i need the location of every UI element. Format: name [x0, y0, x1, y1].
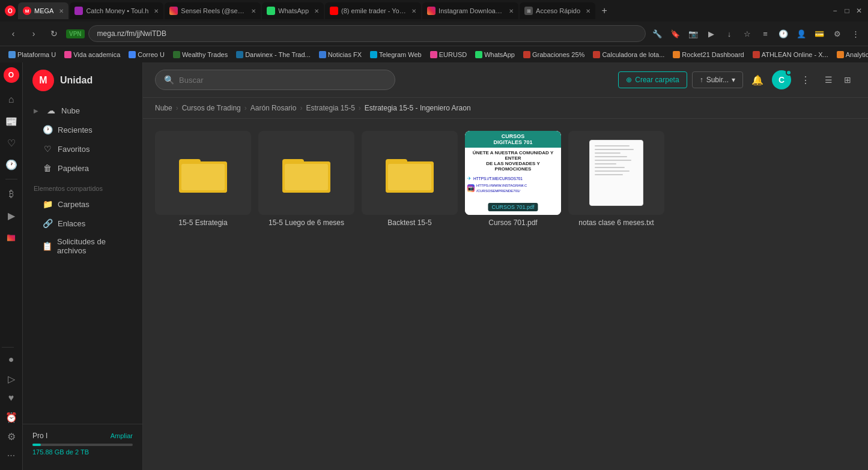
storage-expand-button[interactable]: Ampliar: [111, 432, 133, 439]
bookmark-wealthy[interactable]: Wealthy Trades: [169, 50, 231, 59]
bookmark-analytics[interactable]: Analytics | Página pri...: [833, 50, 868, 59]
bookmark-grabaciones[interactable]: Grabaciones 25%: [520, 50, 588, 59]
new-tab-button[interactable]: +: [596, 3, 612, 19]
breadcrumb-cursos[interactable]: Cursos de Trading: [182, 104, 241, 112]
bookmark-noticias[interactable]: Noticias FX: [315, 50, 365, 59]
opera-icon: O: [5, 5, 16, 16]
storage-bar-fill: [32, 444, 41, 446]
bookmark-correo-u[interactable]: Correo U: [125, 50, 168, 59]
more-icon[interactable]: ⋮: [848, 26, 863, 41]
sidebar-home-icon[interactable]: ⌂: [2, 90, 21, 109]
bookmark-vida-academica[interactable]: Vida academica: [61, 50, 124, 59]
download-icon[interactable]: ↓: [721, 26, 737, 41]
sidebar-more-dots-icon[interactable]: ···: [2, 446, 21, 465]
breadcrumb-aaron[interactable]: Aarón Rosario: [250, 104, 297, 112]
address-input[interactable]: mega.nz/fm/jjNwiTDB: [88, 25, 646, 42]
tab-close-acceso[interactable]: ✕: [586, 8, 590, 14]
nav-nube[interactable]: ▶ ☁ Nube: [28, 101, 138, 120]
bookmark-whatsapp[interactable]: WhatsApp: [472, 50, 518, 59]
vpn-badge[interactable]: VPN: [66, 29, 85, 38]
tab-acceso[interactable]: ⊞ Acceso Rápido ✕: [520, 2, 595, 19]
nav-arrow-nube: ▶: [34, 107, 38, 114]
bookmark-favicon-correo: [129, 51, 136, 58]
bookmark-rocket21[interactable]: Rocket21 Dashboard: [669, 50, 747, 59]
tab-close-emile[interactable]: ✕: [411, 8, 416, 14]
settings-icon[interactable]: ⚙: [830, 26, 845, 41]
tab-close-sensei[interactable]: ✕: [251, 8, 256, 14]
nav-favoritos[interactable]: ♡ Favoritos: [28, 139, 138, 158]
file-card-txt1[interactable]: notas clase 6 meses.txt: [568, 131, 664, 227]
history-icon[interactable]: 🕐: [775, 26, 791, 41]
bookmark-label-whatsapp: WhatsApp: [484, 51, 515, 58]
sidebar-history-icon[interactable]: 🕐: [2, 155, 21, 174]
tab-close-whatsapp[interactable]: ✕: [314, 8, 319, 14]
wallet-icon[interactable]: 💳: [812, 26, 827, 41]
reload-button[interactable]: ↻: [46, 25, 62, 42]
profile-icon[interactable]: 👤: [794, 26, 809, 41]
tab-sensei[interactable]: Sensei Reels (@sensei_re... ✕: [165, 2, 261, 19]
sidebar-crypto-icon[interactable]: ₿: [2, 184, 21, 203]
back-button[interactable]: ‹: [5, 25, 22, 42]
bookmark-plataforma-u[interactable]: Plataforma U: [5, 50, 59, 59]
file-card-folder2[interactable]: 15-5 Luego de 6 meses: [258, 131, 354, 227]
list-view-button[interactable]: ☰: [820, 71, 837, 88]
upload-button[interactable]: ↑ Subir... ▾: [692, 71, 743, 88]
storage-text: 175.88 GB de 2 TB: [32, 448, 133, 456]
more-options-button[interactable]: ⋮: [796, 70, 815, 89]
bookmarks-list-icon[interactable]: ≡: [757, 26, 773, 41]
mega-main-content: 🔍 Buscar ⊕ Crear carpeta ↑ Subir... ▾ 🔔: [143, 62, 868, 470]
sidebar-player-icon[interactable]: ▶: [2, 206, 21, 225]
bookmark-darwinex[interactable]: Darwinex - The Trad...: [232, 50, 314, 59]
user-avatar-button[interactable]: C: [772, 70, 791, 89]
bookmark-athlean[interactable]: ATHLEAN Online - X...: [749, 50, 832, 59]
nav-carpetas[interactable]: 📁 Carpetas: [28, 194, 138, 214]
tab-close-catch[interactable]: ✕: [154, 8, 159, 14]
file-card-pdf1[interactable]: CURSOSDIGITALES 701 ÚNETE A NUESTRA COMU…: [465, 131, 561, 227]
sidebar-circle-1-icon[interactable]: ●: [2, 350, 21, 369]
nav-label-nube: Nube: [61, 106, 80, 115]
sidebar-settings2-icon[interactable]: ⚙: [2, 427, 21, 446]
tab-close-ig-dl[interactable]: ✕: [509, 8, 514, 14]
extensions-icon[interactable]: 🔧: [649, 26, 665, 41]
screenshot-icon[interactable]: 📷: [685, 26, 701, 41]
bookmark-telegram[interactable]: Telegram Web: [366, 50, 425, 59]
sidebar-favorites-icon[interactable]: ♡: [2, 133, 21, 152]
tab-whatsapp[interactable]: WhatsApp ✕: [262, 2, 324, 19]
notification-bell-button[interactable]: 🔔: [748, 70, 767, 89]
file-card-folder1[interactable]: 15-5 Estrategia: [155, 131, 251, 227]
tab-mega[interactable]: M MEGA ✕: [18, 2, 68, 19]
sidebar-heart-icon[interactable]: ♥: [2, 388, 21, 408]
main-nav: ▶ ☁ Nube 🕐 Recientes ♡ Favoritos 🗑 Papel…: [23, 101, 142, 178]
tab-emile[interactable]: (8) emile trader - YouTub... ✕: [325, 2, 421, 19]
bookmark-favicon-analytics: [837, 51, 844, 58]
nav-enlaces[interactable]: 🔗 Enlaces: [28, 214, 138, 233]
sidebar-news-icon[interactable]: 📰: [2, 112, 21, 131]
tab-favicon-sensei: [169, 7, 178, 15]
nav-recientes[interactable]: 🕐 Recientes: [28, 120, 138, 139]
nav-solicitudes[interactable]: 📋 Solicitudes de archivos: [28, 233, 138, 259]
sidebar-instagram-icon[interactable]: 📷: [2, 227, 21, 247]
breadcrumb-nube[interactable]: Nube: [155, 104, 172, 112]
search-bar[interactable]: 🔍 Buscar: [155, 70, 395, 90]
breadcrumb-estrategia[interactable]: Estrategia 15-5: [306, 104, 354, 112]
tab-catch-money[interactable]: Catch Money • Toul.h ✕: [70, 2, 163, 19]
star-icon[interactable]: ☆: [739, 26, 755, 41]
create-folder-button[interactable]: ⊕ Crear carpeta: [618, 71, 687, 88]
sidebar-triangle-icon[interactable]: ▷: [2, 369, 21, 388]
forward-button[interactable]: ›: [25, 25, 42, 42]
play-icon[interactable]: ▶: [703, 26, 719, 41]
bookmark-eurusd[interactable]: EURUSD: [426, 50, 470, 59]
bookmark-icon[interactable]: 🔖: [667, 26, 683, 41]
minimize-button[interactable]: −: [831, 7, 839, 15]
bookmark-calculadora[interactable]: Calculadora de lota...: [589, 50, 668, 59]
file-card-folder3[interactable]: Backtest 15-5: [362, 131, 458, 227]
tab-close-mega[interactable]: ✕: [59, 8, 64, 14]
sidebar-clock-icon[interactable]: ⏰: [2, 408, 21, 427]
grid-view-button[interactable]: ⊞: [839, 71, 856, 88]
breadcrumb-ingeniero[interactable]: Estrategia 15-5 - Ingeniero Araon: [365, 104, 471, 112]
sidebar-divider-1: [5, 179, 17, 179]
nav-papelera[interactable]: 🗑 Papelera: [28, 158, 138, 178]
tab-instagram-dl[interactable]: Instagram Downloader -... ✕: [422, 2, 518, 19]
maximize-button[interactable]: □: [843, 7, 851, 15]
close-button[interactable]: ✕: [855, 7, 863, 15]
